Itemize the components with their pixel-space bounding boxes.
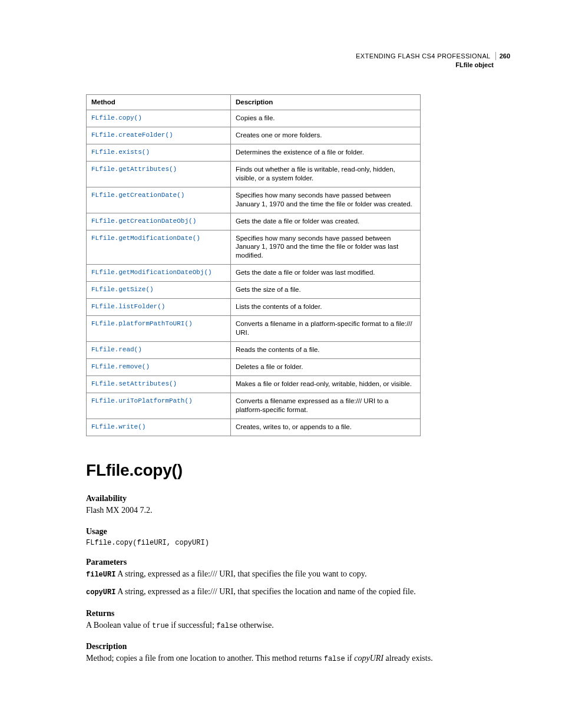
- method-cell: FLfile.platformPathToURI(): [87, 316, 231, 342]
- method-link[interactable]: FLfile.listFolder(): [91, 303, 165, 310]
- table-row: FLfile.getSize()Gets the size of a file.: [87, 282, 421, 299]
- method-link[interactable]: FLfile.read(): [91, 346, 142, 353]
- parameters-label: Parameters: [86, 558, 510, 567]
- method-cell: FLfile.getModificationDateObj(): [87, 265, 231, 282]
- description-cell: Determines the existence of a file or fo…: [231, 144, 421, 161]
- description-cell: Gets the date a file or folder was last …: [231, 265, 421, 282]
- parameter-text: A string, expressed as a file:/// URI, t…: [117, 569, 366, 578]
- api-method-title: FLfile.copy(): [86, 461, 510, 480]
- method-link[interactable]: FLfile.exists(): [91, 149, 150, 156]
- method-link[interactable]: FLfile.createFolder(): [91, 131, 173, 139]
- availability-section: Availability Flash MX 2004 7.2.: [86, 494, 510, 516]
- method-cell: FLfile.write(): [87, 419, 231, 436]
- description-cell: Deletes a file or folder.: [231, 358, 421, 375]
- header-section-title: FLfile object: [356, 61, 510, 70]
- description-cell: Reads the contents of a file.: [231, 342, 421, 359]
- method-link[interactable]: FLfile.remove(): [91, 363, 150, 370]
- description-cell: Finds out whether a file is writable, re…: [231, 161, 421, 187]
- header-line1: EXTENDING FLASH CS4 PROFESSIONAL 260: [356, 52, 510, 61]
- parameter-line: copyURI A string, expressed as a file://…: [86, 586, 510, 598]
- table-row: FLfile.getModificationDate()Specifies ho…: [87, 230, 421, 265]
- method-link[interactable]: FLfile.copy(): [91, 114, 142, 121]
- description-pre: Method; copies a file from one location …: [86, 654, 324, 663]
- table-row: FLfile.remove()Deletes a file or folder.: [87, 358, 421, 375]
- description-cell: Specifies how many seconds have passed b…: [231, 187, 421, 213]
- col-header-method: Method: [87, 95, 231, 110]
- description-cell: Specifies how many seconds have passed b…: [231, 230, 421, 265]
- table-row: FLfile.createFolder()Creates one or more…: [87, 127, 421, 144]
- method-cell: FLfile.createFolder(): [87, 127, 231, 144]
- description-text: Method; copies a file from one location …: [86, 653, 510, 664]
- header-divider: [495, 52, 496, 60]
- method-link[interactable]: FLfile.uriToPlatformPath(): [91, 397, 193, 404]
- col-header-description: Description: [231, 95, 421, 110]
- table-row: FLfile.write()Creates, writes to, or app…: [87, 419, 421, 436]
- method-link[interactable]: FLfile.setAttributes(): [91, 380, 177, 387]
- parameters-section: Parameters fileURI A string, expressed a…: [86, 558, 510, 598]
- parameter-text: A string, expressed as a file:/// URI, t…: [117, 587, 416, 596]
- page-content: Method Description FLfile.copy()Copies a…: [86, 94, 510, 674]
- method-link[interactable]: FLfile.getCreationDateObj(): [91, 218, 196, 225]
- method-cell: FLfile.getSize(): [87, 282, 231, 299]
- table-row: FLfile.getModificationDateObj()Gets the …: [87, 265, 421, 282]
- method-link[interactable]: FLfile.getCreationDate(): [91, 192, 184, 199]
- method-link[interactable]: FLfile.write(): [91, 423, 146, 430]
- method-link[interactable]: FLfile.getModificationDate(): [91, 235, 200, 242]
- returns-mid: if successful;: [169, 621, 216, 630]
- usage-label: Usage: [86, 527, 510, 536]
- description-cell: Lists the contents of a folder.: [231, 299, 421, 316]
- returns-code-true: true: [152, 622, 169, 630]
- usage-section: Usage FLfile.copy(fileURI, copyURI): [86, 527, 510, 547]
- returns-text: A Boolean value of true if successful; f…: [86, 620, 510, 631]
- method-cell: FLfile.getCreationDate(): [87, 187, 231, 213]
- returns-post: otherwise.: [237, 621, 273, 630]
- method-cell: FLfile.remove(): [87, 358, 231, 375]
- table-row: FLfile.uriToPlatformPath()Converts a fil…: [87, 393, 421, 419]
- description-cell: Gets the date a file or folder was creat…: [231, 213, 421, 230]
- table-row: FLfile.copy()Copies a file.: [87, 110, 421, 127]
- description-cell: Creates one or more folders.: [231, 127, 421, 144]
- returns-label: Returns: [86, 609, 510, 618]
- table-header-row: Method Description: [87, 95, 421, 110]
- description-code-false: false: [324, 655, 345, 663]
- description-mid: if: [345, 654, 355, 663]
- description-cell: Converts a filename expressed as a file:…: [231, 393, 421, 419]
- description-cell: Converts a filename in a platform-specif…: [231, 316, 421, 342]
- table-row: FLfile.read()Reads the contents of a fil…: [87, 342, 421, 359]
- table-row: FLfile.getAttributes()Finds out whether …: [87, 161, 421, 187]
- method-link[interactable]: FLfile.platformPathToURI(): [91, 320, 193, 327]
- description-cell: Creates, writes to, or appends to a file…: [231, 419, 421, 436]
- table-row: FLfile.getCreationDate()Specifies how ma…: [87, 187, 421, 213]
- availability-text: Flash MX 2004 7.2.: [86, 505, 510, 516]
- method-link[interactable]: FLfile.getAttributes(): [91, 166, 177, 173]
- description-cell: Gets the size of a file.: [231, 282, 421, 299]
- method-cell: FLfile.getAttributes(): [87, 161, 231, 187]
- method-cell: FLfile.setAttributes(): [87, 375, 231, 393]
- returns-code-false: false: [216, 622, 237, 630]
- header-book-title: EXTENDING FLASH CS4 PROFESSIONAL: [356, 52, 494, 61]
- table-row: FLfile.listFolder()Lists the contents of…: [87, 299, 421, 316]
- method-cell: FLfile.getModificationDate(): [87, 230, 231, 265]
- method-link[interactable]: FLfile.getModificationDateObj(): [91, 269, 212, 276]
- method-link[interactable]: FLfile.getSize(): [91, 286, 154, 293]
- description-section: Description Method; copies a file from o…: [86, 642, 510, 664]
- description-post: already exists.: [384, 654, 433, 663]
- method-summary-table: Method Description FLfile.copy()Copies a…: [86, 94, 421, 436]
- returns-section: Returns A Boolean value of true if succe…: [86, 609, 510, 631]
- table-row: FLfile.exists()Determines the existence …: [87, 144, 421, 161]
- description-cell: Copies a file.: [231, 110, 421, 127]
- parameter-name: copyURI: [86, 588, 115, 597]
- method-cell: FLfile.exists(): [87, 144, 231, 161]
- method-cell: FLfile.read(): [87, 342, 231, 359]
- description-label: Description: [86, 642, 510, 651]
- method-cell: FLfile.copy(): [87, 110, 231, 127]
- description-italic-copyuri: copyURI: [354, 654, 384, 663]
- method-cell: FLfile.uriToPlatformPath(): [87, 393, 231, 419]
- usage-code: FLfile.copy(fileURI, copyURI): [86, 539, 510, 547]
- table-row: FLfile.platformPathToURI()Converts a fil…: [87, 316, 421, 342]
- availability-label: Availability: [86, 494, 510, 503]
- returns-pre: A Boolean value of: [86, 621, 152, 630]
- parameter-line: fileURI A string, expressed as a file://…: [86, 568, 510, 580]
- parameter-name: fileURI: [86, 571, 115, 579]
- method-cell: FLfile.listFolder(): [87, 299, 231, 316]
